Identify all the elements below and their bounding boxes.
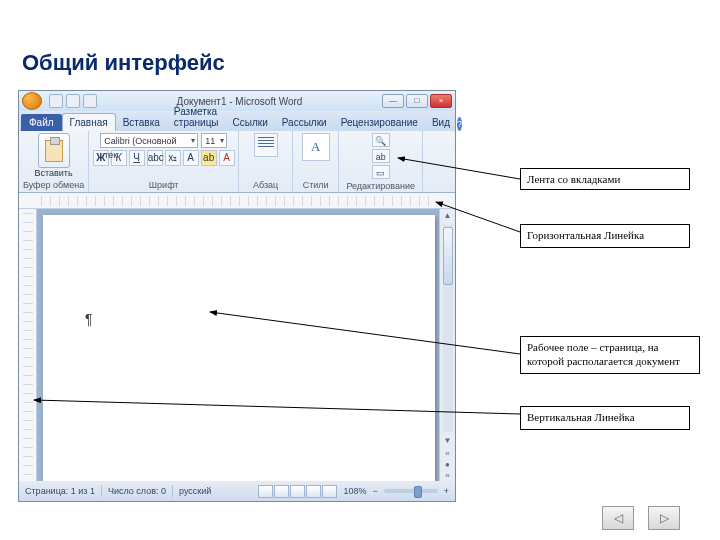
paste-button[interactable] <box>38 133 70 168</box>
qat-save-icon[interactable] <box>49 94 63 108</box>
ribbon-tabs: Файл Главная Вставка Разметка страницы С… <box>19 111 455 131</box>
find-button[interactable]: 🔍 <box>372 133 390 147</box>
underline-button[interactable]: Ч <box>129 150 145 166</box>
vertical-scrollbar[interactable]: ▲ ▼ « ● » <box>439 209 455 481</box>
status-page[interactable]: Страница: 1 из 1 <box>25 486 95 496</box>
qat-redo-icon[interactable] <box>83 94 97 108</box>
tab-home[interactable]: Главная <box>62 113 116 131</box>
office-button[interactable] <box>22 92 42 110</box>
paragraph-button[interactable] <box>254 133 278 157</box>
view-draft-icon[interactable] <box>322 485 337 498</box>
view-print-layout-icon[interactable] <box>258 485 273 498</box>
titlebar: Документ1 - Microsoft Word — □ × <box>19 91 455 111</box>
minimize-button[interactable]: — <box>382 94 404 108</box>
font-name-combo[interactable]: Calibri (Основной тек <box>100 133 198 148</box>
view-web-icon[interactable] <box>290 485 305 498</box>
zoom-out-button[interactable]: − <box>372 486 377 496</box>
slide-title: Общий интерфейс <box>22 50 225 76</box>
styles-button[interactable]: A <box>302 133 330 161</box>
scroll-thumb[interactable] <box>443 227 453 285</box>
font-size-combo[interactable]: 11 <box>201 133 227 148</box>
callout-vertical-ruler: Вертикальная Линейка <box>520 406 690 430</box>
help-icon[interactable]: ? <box>457 117 462 131</box>
content-row: ¶ ▲ ▼ « ● » <box>19 209 455 481</box>
zoom-in-button[interactable]: + <box>444 486 449 496</box>
font-group-label: Шрифт <box>149 178 179 190</box>
strike-button[interactable]: abc <box>147 150 163 166</box>
pilcrow-icon: ¶ <box>85 311 93 327</box>
prev-page-icon[interactable]: « <box>440 448 455 459</box>
status-separator <box>172 485 173 497</box>
zoom-value[interactable]: 108% <box>343 486 366 496</box>
tab-insert[interactable]: Вставка <box>116 114 167 131</box>
clipboard-icon <box>45 140 63 162</box>
window-title: Документ1 - Microsoft Word <box>97 96 382 107</box>
prev-slide-button[interactable]: ◁ <box>602 506 634 530</box>
statusbar: Страница: 1 из 1 Число слов: 0 русский 1… <box>19 481 455 501</box>
highlight-button[interactable]: ab <box>201 150 217 166</box>
status-word-count[interactable]: Число слов: 0 <box>108 486 166 496</box>
group-clipboard: Вставить Буфер обмена <box>19 131 89 192</box>
view-outline-icon[interactable] <box>306 485 321 498</box>
editing-group-label: Редактирование <box>346 179 415 191</box>
qat-undo-icon[interactable] <box>66 94 80 108</box>
document-page[interactable]: ¶ <box>43 215 435 481</box>
status-language[interactable]: русский <box>179 486 211 496</box>
subscript-button[interactable]: x₂ <box>165 150 181 166</box>
tab-file[interactable]: Файл <box>21 114 62 131</box>
vertical-ruler[interactable] <box>19 209 37 481</box>
document-area[interactable]: ¶ <box>37 209 439 481</box>
status-separator <box>101 485 102 497</box>
ribbon: Вставить Буфер обмена Calibri (Основной … <box>19 131 455 193</box>
group-paragraph: Абзац <box>239 131 293 192</box>
paragraph-group-label: Абзац <box>253 178 278 190</box>
maximize-button[interactable]: □ <box>406 94 428 108</box>
paste-label: Вставить <box>35 168 73 178</box>
zoom-slider[interactable] <box>384 489 438 493</box>
styles-group-label: Стили <box>303 178 329 190</box>
slide-nav: ◁ ▷ <box>602 506 680 530</box>
quick-access-toolbar <box>49 94 97 108</box>
tab-mailings[interactable]: Рассылки <box>275 114 334 131</box>
callout-ribbon: Лента со вкладками <box>520 168 690 190</box>
scroll-track[interactable] <box>443 225 453 432</box>
callout-page: Рабочее поле – страница, на которой расп… <box>520 336 700 374</box>
font-color-button[interactable]: A <box>219 150 235 166</box>
next-page-icon[interactable]: » <box>440 470 455 481</box>
group-styles: A Стили <box>293 131 339 192</box>
clipboard-group-label: Буфер обмена <box>23 178 84 190</box>
window-buttons: — □ × <box>382 94 452 108</box>
next-slide-button[interactable]: ▷ <box>648 506 680 530</box>
group-font: Calibri (Основной тек 11 Ж К Ч abc x₂ A … <box>89 131 239 192</box>
scroll-down-icon[interactable]: ▼ <box>444 434 452 448</box>
tab-references[interactable]: Ссылки <box>226 114 275 131</box>
tab-layout[interactable]: Разметка страницы <box>167 103 226 131</box>
word-window: Документ1 - Microsoft Word — □ × Файл Гл… <box>18 90 456 502</box>
replace-button[interactable]: ab <box>372 149 390 163</box>
tab-review[interactable]: Рецензирование <box>334 114 425 131</box>
scroll-up-icon[interactable]: ▲ <box>444 209 452 223</box>
view-buttons <box>258 485 337 498</box>
group-editing: 🔍 ab ▭ Редактирование <box>339 131 423 192</box>
close-button[interactable]: × <box>430 94 452 108</box>
view-reading-icon[interactable] <box>274 485 289 498</box>
tab-view[interactable]: Вид <box>425 114 457 131</box>
horizontal-ruler[interactable] <box>19 193 455 209</box>
select-button[interactable]: ▭ <box>372 165 390 179</box>
callout-horizontal-ruler: Горизонтальная Линейка <box>520 224 690 248</box>
grow-font-button[interactable]: A <box>183 150 199 166</box>
browse-object-icon[interactable]: ● <box>440 459 455 470</box>
